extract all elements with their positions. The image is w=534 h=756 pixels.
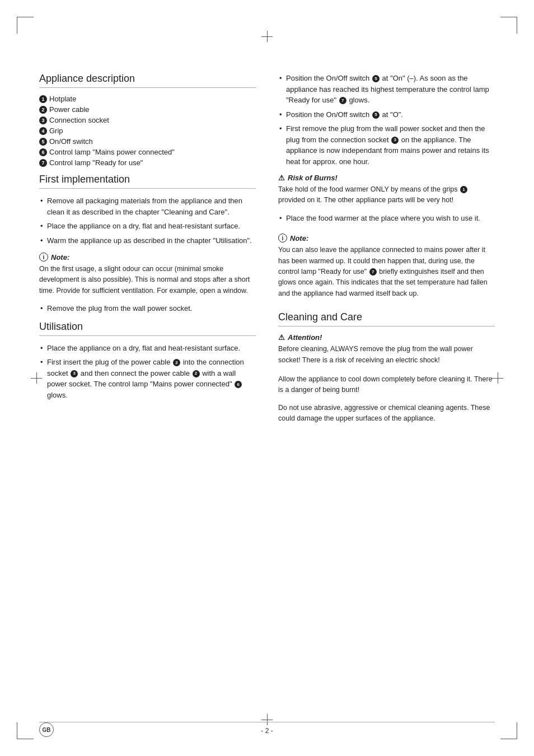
badge-7a: 7 — [339, 97, 346, 104]
list-item: First remove the plug from the wall powe… — [278, 123, 495, 167]
page-number: - 2 - — [261, 727, 273, 735]
appliance-description-title: Appliance description — [39, 73, 256, 88]
item-num-1: 1 — [39, 95, 47, 103]
item-num-4: 4 — [39, 127, 47, 135]
utilisation-section: Utilisation Place the appliance on a dry… — [39, 321, 256, 408]
list-item: 7 Control lamp "Ready for use" — [39, 158, 256, 167]
item-label-2: Power cable — [49, 105, 90, 114]
list-item: Position the On/Off switch 5 at "On" (–)… — [278, 73, 495, 106]
page: Appliance description 1 Hotplate 2 Power… — [0, 0, 534, 756]
info-icon-2: i — [278, 234, 287, 242]
right-bullets-section: Position the On/Off switch 5 at "On" (–)… — [278, 73, 495, 174]
right-note-title: i Note: — [278, 234, 495, 242]
item-num-6: 6 — [39, 148, 47, 156]
risk-of-burns-text: Take hold of the food warmer ONLY by mea… — [278, 184, 495, 206]
item-num-7: 7 — [39, 159, 47, 167]
badge-6: 6 — [235, 381, 242, 388]
first-implementation-title: First implementation — [39, 174, 256, 189]
warning-icon: ⚠ — [278, 174, 285, 182]
badge-3b: 3 — [391, 137, 399, 144]
attention-text-1: Before cleaning, ALWAYS remove the plug … — [278, 344, 495, 366]
item-label-5: On/Off switch — [49, 137, 93, 146]
item-num-2: 2 — [39, 106, 47, 114]
utilisation-bullets: Place the appliance on a dry, flat and h… — [39, 343, 256, 401]
note-title: i Note: — [39, 253, 256, 262]
badge-1: 1 — [460, 186, 467, 193]
cleaning-paragraph: Do not use abrasive, aggressive or chemi… — [278, 403, 495, 424]
attention-text-2: Allow the appliance to cool down complet… — [278, 374, 495, 396]
list-item: Warm the appliance up as described in th… — [39, 235, 256, 246]
corner-mark-tl — [17, 17, 34, 34]
right-bullet-after-warning: Place the food warmer at the place where… — [278, 213, 495, 227]
info-icon: i — [39, 253, 48, 262]
attention-title: ⚠ Attention! — [278, 333, 495, 342]
item-num-5: 5 — [39, 138, 47, 146]
list-item: Remove the plug from the wall power sock… — [39, 303, 256, 314]
corner-mark-br — [500, 722, 517, 739]
right-column: Position the On/Off switch 5 at "On" (–)… — [278, 73, 495, 430]
right-bullets: Position the On/Off switch 5 at "On" (–)… — [278, 73, 495, 167]
list-item: 5 On/Off switch — [39, 137, 256, 146]
item-label-7: Control lamp "Ready for use" — [49, 158, 143, 167]
note-text: On the first usage, a slight odour can o… — [39, 264, 256, 296]
list-item: 6 Control lamp "Mains power connected" — [39, 148, 256, 156]
risk-of-burns-title: ⚠ Risk of Burns! — [278, 174, 495, 182]
corner-mark-tr — [500, 17, 517, 34]
cleaning-care-title: Cleaning and Care — [278, 311, 495, 326]
left-column: Appliance description 1 Hotplate 2 Power… — [39, 73, 256, 430]
badge-5a: 5 — [372, 75, 380, 82]
attention-box: ⚠ Attention! Before cleaning, ALWAYS rem… — [278, 333, 495, 396]
crosshair-top — [261, 31, 273, 42]
crosshair-mid-right — [492, 372, 503, 384]
cleaning-care-section: Cleaning and Care ⚠ Attention! Before cl… — [278, 311, 495, 430]
list-item: 3 Connection socket — [39, 116, 256, 124]
risk-of-burns-box: ⚠ Risk of Burns! Take hold of the food w… — [278, 174, 495, 206]
badge-2: 2 — [173, 359, 180, 366]
item-label-3: Connection socket — [49, 116, 109, 124]
item-label-4: Grip — [49, 127, 63, 135]
item-label-1: Hotplate — [49, 95, 76, 103]
list-item: 1 Hotplate — [39, 95, 256, 103]
first-implementation-bullets: Remove all packaging materials from the … — [39, 195, 256, 246]
utilisation-title: Utilisation — [39, 321, 256, 336]
corner-mark-bl — [17, 722, 34, 739]
appliance-description-section: Appliance description 1 Hotplate 2 Power… — [39, 73, 256, 174]
warning-icon-2: ⚠ — [278, 333, 285, 342]
first-implementation-section: First implementation Remove all packagin… — [39, 174, 256, 321]
badge-5b: 5 — [372, 111, 380, 119]
item-num-3: 3 — [39, 116, 47, 124]
main-content: Appliance description 1 Hotplate 2 Power… — [39, 73, 495, 430]
list-item: Place the appliance on a dry, flat and h… — [39, 221, 256, 232]
list-item: 2 Power cable — [39, 105, 256, 114]
list-item: Remove all packaging materials from the … — [39, 195, 256, 217]
item-label-6: Control lamp "Mains power connected" — [49, 148, 175, 156]
first-implementation-bullets-2: Remove the plug from the wall power sock… — [39, 303, 256, 314]
list-item: First insert the plug of the power cable… — [39, 357, 256, 400]
badge-3: 3 — [71, 370, 78, 377]
footer: GB - 2 - — [39, 722, 495, 735]
list-item: 4 Grip — [39, 127, 256, 135]
note-box: i Note: On the first usage, a slight odo… — [39, 253, 256, 296]
badge-7b: 7 — [369, 268, 377, 276]
appliance-description-list: 1 Hotplate 2 Power cable 3 Connection so… — [39, 95, 256, 167]
right-note-box: i Note: You can also leave the appliance… — [278, 234, 495, 299]
gb-badge: GB — [39, 722, 54, 737]
list-item: Place the appliance on a dry, flat and h… — [39, 343, 256, 354]
badge-2b: 2 — [193, 370, 200, 377]
right-note-text: You can also leave the appliance connect… — [278, 245, 495, 299]
list-item: Position the On/Off switch 5 at "O". — [278, 109, 495, 120]
list-item: Place the food warmer at the place where… — [278, 213, 495, 224]
